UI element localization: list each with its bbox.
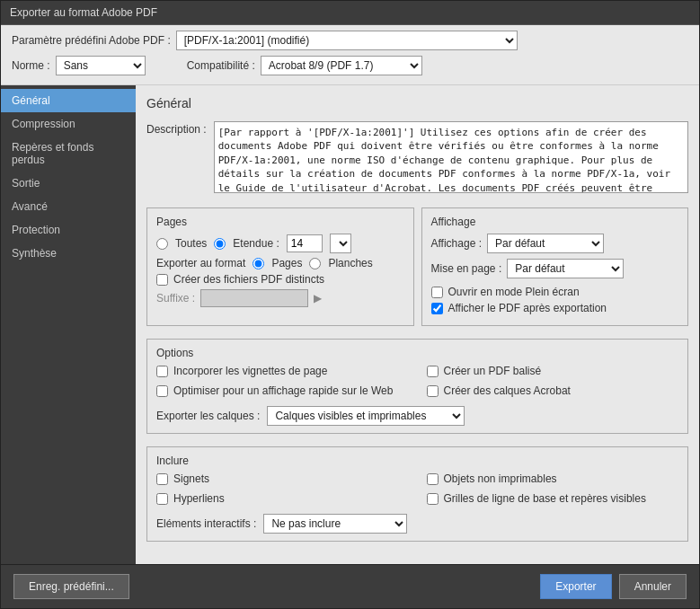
param-label: Paramètre prédéfini Adobe PDF : (12, 34, 171, 47)
creer-pdf-label[interactable]: Créer un PDF balisé (444, 365, 542, 377)
suffixe-label: Suffixe : (156, 292, 195, 304)
compat-label: Compatibilité : (187, 59, 255, 72)
optimiser-label[interactable]: Optimiser pour un affichage rapide sur l… (173, 384, 393, 397)
affichage-label: Affichage : (431, 237, 482, 250)
afficher-apres-checkbox[interactable] (431, 303, 443, 314)
creer-pdf-checkbox[interactable] (427, 366, 439, 377)
exporter-button[interactable]: Exporter (540, 574, 611, 599)
exporter-calques-label: Exporter les calques : (156, 410, 260, 422)
inclure-section: Inclure Signets Objets non imprimables H… (146, 446, 688, 542)
creer-fichiers-checkbox[interactable] (156, 274, 168, 286)
hyperliens-checkbox[interactable] (156, 493, 168, 505)
param-select[interactable]: [PDF/X-1a:2001] (modifié) (176, 31, 518, 50)
inclure-section-title: Inclure (156, 455, 678, 467)
etendue-radio[interactable] (214, 238, 226, 250)
title-bar: Exporter au format Adobe PDF (1, 1, 699, 25)
title-label: Exporter au format Adobe PDF (10, 6, 157, 19)
annuler-button[interactable]: Annuler (619, 574, 687, 599)
incorporer-label[interactable]: Incorporer les vignettes de page (173, 365, 327, 377)
afficher-apres-label[interactable]: Afficher le PDF après exportation (448, 302, 607, 314)
etendue-input[interactable] (287, 234, 323, 252)
options-section: Options Incorporer les vignettes de page… (146, 339, 688, 434)
objets-non-checkbox[interactable] (427, 473, 439, 485)
planches-radio[interactable] (309, 258, 321, 269)
toutes-label[interactable]: Toutes (175, 237, 207, 250)
sidebar-item-synthese[interactable]: Synthèse (1, 242, 136, 265)
sidebar-item-avance[interactable]: Avancé (1, 195, 136, 218)
toutes-radio[interactable] (156, 238, 168, 250)
sidebar: Général Compression Repères et fonds per… (1, 85, 136, 564)
incorporer-checkbox[interactable] (156, 366, 168, 377)
enregistrer-button[interactable]: Enreg. prédéfini... (13, 574, 129, 599)
suffixe-arrow: ▶ (314, 292, 322, 304)
planches-label[interactable]: Planches (328, 257, 372, 269)
mise-en-page-select[interactable]: Par défaut (507, 259, 624, 278)
grilles-checkbox[interactable] (427, 493, 439, 505)
sidebar-item-protection[interactable]: Protection (1, 218, 136, 242)
exporter-format-label: Exporter au format (156, 257, 245, 269)
plein-ecran-checkbox[interactable] (431, 287, 443, 298)
plein-ecran-label[interactable]: Ouvrir en mode Plein écran (448, 286, 580, 298)
elements-interactifs-label: Eléments interactifs : (156, 517, 256, 530)
pages-format-radio[interactable] (253, 258, 264, 269)
pages-format-label[interactable]: Pages (271, 257, 302, 269)
signets-checkbox[interactable] (156, 473, 168, 485)
main-panel: Général Description : [Par rapport à '[P… (136, 85, 699, 564)
signets-label[interactable]: Signets (173, 472, 209, 485)
creer-calques-label[interactable]: Créer des calques Acrobat (444, 384, 571, 397)
hyperliens-label[interactable]: Hyperliens (173, 492, 225, 505)
pages-section-title: Pages (156, 216, 404, 228)
panel-title: Général (146, 96, 688, 110)
grilles-label[interactable]: Grilles de ligne de base et repères visi… (444, 492, 646, 505)
norme-select[interactable]: Sans (56, 56, 146, 75)
sidebar-item-compression[interactable]: Compression (1, 112, 136, 136)
etendue-select[interactable]: ▼ (330, 234, 351, 253)
elements-interactifs-select[interactable]: Ne pas inclure (263, 514, 407, 534)
footer: Enreg. prédéfini... Exporter Annuler (1, 564, 699, 608)
affichage-section-title: Affichage (431, 216, 679, 228)
sidebar-item-general[interactable]: Général (1, 89, 136, 112)
description-label: Description : (146, 121, 207, 136)
objets-non-label[interactable]: Objets non imprimables (444, 472, 557, 485)
description-textarea[interactable]: [Par rapport à '[PDF/X-1a:2001]'] Utilis… (214, 121, 688, 193)
creer-calques-checkbox[interactable] (427, 385, 439, 397)
sidebar-item-reperes[interactable]: Repères et fonds perdus (1, 136, 136, 172)
norme-label: Norme : (12, 59, 50, 72)
options-section-title: Options (156, 347, 678, 359)
affichage-select[interactable]: Par défaut (487, 234, 604, 253)
exporter-calques-select[interactable]: Calques visibles et imprimables (267, 406, 465, 426)
suffixe-input (200, 289, 308, 307)
compat-select[interactable]: Acrobat 8/9 (PDF 1.7) (261, 56, 422, 75)
optimiser-checkbox[interactable] (156, 385, 168, 397)
creer-fichiers-label[interactable]: Créer des fichiers PDF distincts (173, 273, 324, 286)
pages-section: Pages Toutes Etendue : ▼ Exporter au for… (146, 207, 414, 326)
mise-en-page-label: Mise en page : (431, 262, 502, 275)
etendue-label[interactable]: Etendue : (233, 237, 279, 250)
affichage-section: Affichage Affichage : Par défaut Mise en… (421, 207, 689, 326)
sidebar-item-sortie[interactable]: Sortie (1, 172, 136, 195)
